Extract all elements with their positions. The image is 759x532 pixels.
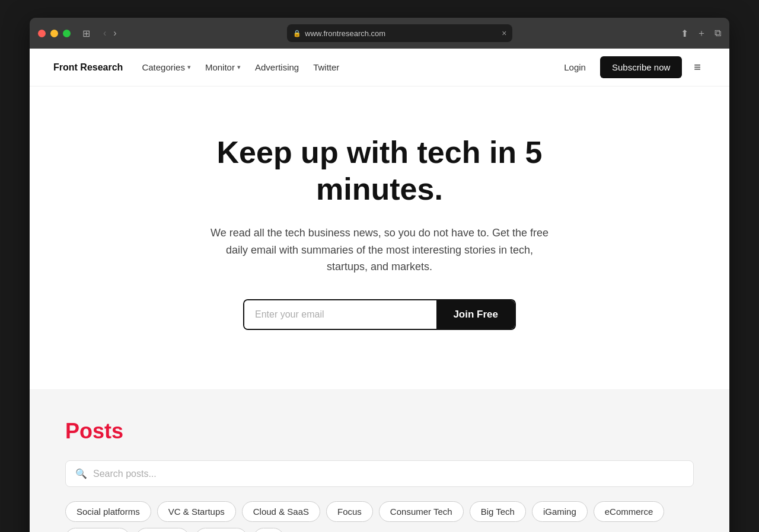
tag-pill[interactable]: Focus [326, 501, 373, 522]
tag-pill[interactable]: Fintech [195, 528, 247, 532]
tab-close-icon[interactable]: × [502, 28, 506, 38]
minimize-button[interactable] [50, 30, 58, 37]
address-bar-container: 🔒 www.frontresearch.com × [125, 24, 675, 42]
nav-brand[interactable]: Front Research [53, 62, 123, 73]
lock-icon: 🔒 [293, 30, 301, 37]
hamburger-menu-button[interactable]: ≡ [689, 58, 706, 76]
hero-subtitle: We read all the tech business news, so y… [208, 225, 551, 275]
forward-arrow-icon[interactable]: › [111, 27, 119, 40]
new-tab-icon[interactable]: ＋ [697, 27, 706, 40]
tag-pill[interactable]: Gaming [136, 528, 190, 532]
email-form: Join Free [243, 299, 516, 330]
nav-twitter[interactable]: Twitter [313, 62, 339, 72]
tag-pill[interactable]: Consumer Tech [379, 501, 464, 522]
hero-title: Keep up with tech in 5 minutes. [202, 134, 557, 208]
hero-section: Keep up with tech in 5 minutes. We read … [30, 86, 729, 389]
url-text: www.frontresearch.com [305, 29, 385, 38]
posts-section: Posts 🔍 Social platformsVC & StartupsClo… [30, 389, 729, 532]
tag-pill[interactable]: Social platforms [65, 501, 151, 522]
tags-row: Social platformsVC & StartupsCloud & Saa… [65, 501, 694, 532]
categories-chevron-icon: ▾ [187, 63, 191, 71]
tag-pill[interactable]: Newsletter [65, 528, 130, 532]
sidebar-toggle-icon[interactable]: ⊞ [82, 28, 90, 39]
email-input[interactable] [244, 300, 436, 329]
tag-pill[interactable]: Big Tech [470, 501, 526, 522]
search-posts-input[interactable] [93, 469, 684, 479]
tag-pill[interactable]: iGaming [532, 501, 588, 522]
subscribe-button[interactable]: Subscribe now [600, 56, 682, 78]
search-bar: 🔍 [65, 460, 694, 487]
navbar: Front Research Categories ▾ Monitor ▾ Ad… [30, 49, 729, 86]
close-button[interactable] [38, 30, 46, 37]
back-arrow-icon[interactable]: ‹ [101, 27, 109, 40]
nav-monitor[interactable]: Monitor ▾ [205, 62, 241, 72]
maximize-button[interactable] [63, 30, 71, 37]
share-icon[interactable]: ⬆ [681, 28, 688, 39]
login-button[interactable]: Login [557, 57, 593, 77]
monitor-chevron-icon: ▾ [237, 63, 241, 71]
search-icon: 🔍 [75, 468, 87, 479]
address-bar[interactable]: 🔒 www.frontresearch.com × [287, 24, 512, 42]
posts-title: Posts [65, 419, 694, 444]
page-content: Front Research Categories ▾ Monitor ▾ Ad… [30, 49, 729, 532]
browser-window: ⊞ ‹ › 🔒 www.frontresearch.com × ⬆ ＋ ⧉ Fr… [30, 18, 729, 532]
nav-advertising[interactable]: Advertising [255, 62, 299, 72]
tag-pill[interactable]: eCommerce [594, 501, 665, 522]
join-free-button[interactable]: Join Free [436, 300, 515, 329]
traffic-lights [38, 30, 71, 37]
nav-actions: Login Subscribe now ≡ [557, 56, 706, 78]
tag-pill[interactable]: VC & Startups [157, 501, 236, 522]
nav-links: Categories ▾ Monitor ▾ Advertising Twitt… [142, 62, 538, 72]
nav-categories[interactable]: Categories ▾ [142, 62, 191, 72]
nav-arrows: ‹ › [101, 27, 119, 40]
tag-pill[interactable]: AI [253, 528, 284, 532]
browser-actions: ⬆ ＋ ⧉ [681, 27, 721, 40]
tabs-overview-icon[interactable]: ⧉ [715, 28, 721, 39]
tag-pill[interactable]: Cloud & SaaS [242, 501, 320, 522]
browser-titlebar: ⊞ ‹ › 🔒 www.frontresearch.com × ⬆ ＋ ⧉ [30, 18, 729, 49]
